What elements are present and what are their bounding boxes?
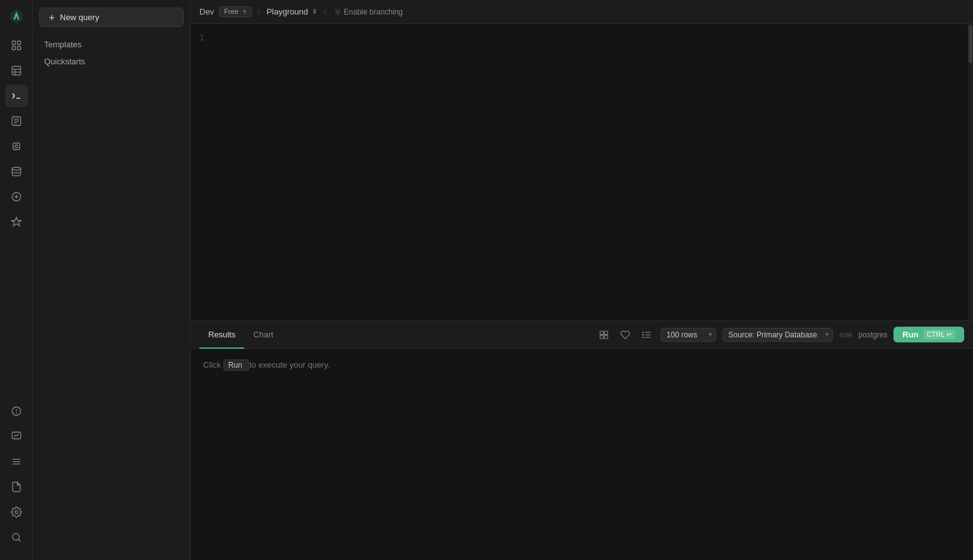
env-badge[interactable]: Free ▾ [219,6,252,17]
svg-rect-2 [12,41,15,44]
icon-rail [0,0,33,560]
results-panel: Results Chart [191,320,973,560]
favorite-button[interactable] [618,327,633,342]
rows-select[interactable]: 100 rows 500 rows 1000 rows [661,328,716,342]
role-label: role [839,330,852,339]
scrollbar-track[interactable] [968,24,973,320]
top-bar: Dev Free ▾ / Playground ⬍ / ⑂ Enable bra… [191,0,973,24]
run-button[interactable]: Run CTRL ↵ [893,327,964,342]
scrollbar-thumb[interactable] [969,25,972,63]
nav-advisors[interactable] [5,400,28,423]
sep-2: / [324,7,326,16]
svg-rect-33 [604,331,608,334]
svg-rect-6 [12,66,21,75]
tab-chart[interactable]: Chart [244,322,282,349]
svg-rect-5 [17,47,20,50]
empty-suffix: to execute your query. [249,360,330,370]
results-toolbar: Results Chart [191,321,973,349]
rows-select-wrap[interactable]: 100 rows 500 rows 1000 rows [661,328,716,342]
source-select-wrap[interactable]: Source: Primary Database [722,328,833,342]
svg-rect-34 [600,335,603,338]
empty-prefix: Click [203,360,221,370]
nav-docs[interactable] [5,475,28,498]
playground-name[interactable]: Playground ⬍ [266,7,317,16]
new-query-label: New query [60,13,99,22]
results-toolbar-right: 100 rows 500 rows 1000 rows Source: Prim… [596,327,964,342]
sql-editor-input[interactable] [216,24,973,320]
grid-view-button[interactable] [596,327,611,342]
sidebar-item-templates[interactable]: Templates [39,36,184,53]
svg-point-28 [13,534,20,540]
enable-branching[interactable]: ⑂ Enable branching [335,7,403,17]
more-options-button[interactable] [639,327,654,342]
svg-point-41 [643,337,644,337]
svg-rect-32 [600,331,603,334]
app-logo [6,6,27,26]
nav-settings[interactable] [5,501,28,523]
results-body: Click Run to execute your query. [191,349,973,560]
sidebar-item-quickstarts[interactable]: Quickstarts [39,53,184,70]
svg-point-22 [16,413,16,414]
svg-rect-15 [13,143,20,150]
env-name: Dev [199,7,214,16]
run-shortcut: CTRL ↵ [924,330,955,339]
empty-run-inline: Run [223,359,249,371]
svg-rect-4 [12,47,15,50]
svg-rect-35 [604,335,608,338]
sep-1: / [258,7,261,16]
env-label: Dev [199,7,214,16]
editor-area: 1 [191,24,973,320]
main-content: Dev Free ▾ / Playground ⬍ / ⑂ Enable bra… [191,0,973,560]
source-select[interactable]: Source: Primary Database [722,328,833,342]
nav-table-editor[interactable] [5,59,28,82]
svg-line-29 [18,539,20,541]
nav-reports[interactable] [5,110,28,132]
new-query-button[interactable]: New query [39,8,184,27]
svg-point-16 [15,145,18,148]
tab-results[interactable]: Results [199,322,244,349]
nav-sql-editor[interactable] [5,85,28,107]
sidebar: New query Templates Quickstarts [33,0,191,560]
line-numbers: 1 [191,24,216,320]
nav-monitoring[interactable] [5,425,28,448]
svg-point-40 [643,334,644,335]
svg-point-27 [15,511,18,514]
nav-extensions[interactable] [5,211,28,233]
nav-home[interactable] [5,34,28,57]
nav-logs[interactable] [5,450,28,473]
svg-point-39 [643,332,644,332]
role-value: postgres [858,330,887,339]
svg-rect-3 [17,41,20,44]
nav-vault[interactable] [5,135,28,158]
nav-search[interactable] [5,526,28,549]
nav-storage[interactable] [5,160,28,183]
nav-functions[interactable] [5,185,28,208]
branch-icon: ⑂ [335,7,340,17]
